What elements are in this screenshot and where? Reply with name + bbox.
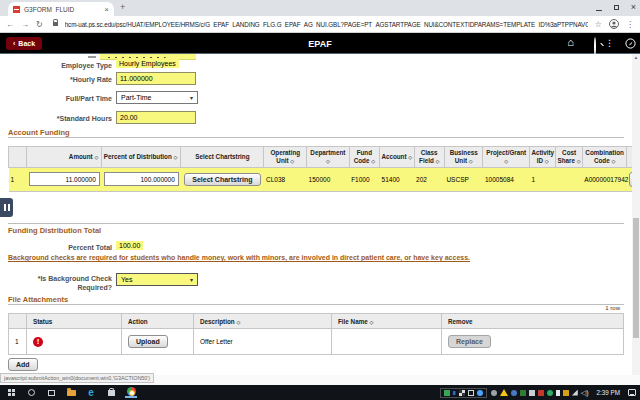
tray-green-square-icon[interactable] [520,390,526,396]
tray-monitor-icon[interactable] [529,390,535,396]
tray-battery-icon[interactable] [556,390,560,396]
tray-green-circle-icon[interactable] [547,390,553,396]
operating-unit-value: CL038 [264,167,307,191]
col-file-name[interactable]: File Name ◇ [332,314,442,329]
scroll-up-icon[interactable]: ▲ [632,55,640,60]
window-close-button[interactable]: × [631,3,636,12]
col-fund-code[interactable]: Fund Code ◇ [349,147,379,168]
tray-red-icon[interactable] [538,390,544,396]
windows-taskbar: e ‖ ◁) 2:39 PM [0,385,640,400]
browser-forward-icon[interactable]: → [21,20,29,29]
standard-hours-label: *Standard Hours [4,114,112,123]
row-count: 1 row [605,305,620,311]
tray-dot-icon[interactable] [477,390,483,396]
combination-code-value: A00000017942 [582,167,627,191]
profile-avatar[interactable] [609,19,619,29]
actions-menu-icon[interactable]: ⋮ [605,38,614,49]
select-chartstring-button[interactable]: Select Chartstring [184,173,260,186]
full-part-time-select[interactable]: Part-Time ▾ [116,91,198,104]
tray-volume-icon[interactable]: ◁) [581,389,589,397]
add-attachment-button[interactable]: Add [8,358,38,371]
navbar-compass-icon[interactable] [625,38,636,49]
tray-checker-icon[interactable] [459,390,465,396]
hourly-rate-input[interactable] [116,72,196,85]
col-business-unit[interactable]: Business Unit ◇ [444,147,483,168]
sort-icon: ◇ [94,154,98,160]
file-attachments-title: File Attachments [8,295,68,304]
browser-menu-icon[interactable]: ⋮ [626,20,634,29]
cortana-icon[interactable] [25,387,37,398]
upload-button[interactable]: Upload [128,335,168,348]
col-operating-unit[interactable]: Operating Unit ◇ [264,147,307,168]
col-account[interactable]: Account ◇ [380,147,414,168]
sort-icon: ◇ [545,158,549,164]
col-cost-share[interactable]: Cost Share ◇ [556,147,582,168]
col-class-field[interactable]: Class Field ◇ [414,147,444,168]
sort-icon: ◇ [371,158,375,164]
tray-person-icon[interactable] [491,390,497,396]
tray-network-icon[interactable] [572,390,578,396]
col-department[interactable]: Department ◇ [307,147,350,168]
notification-center-icon[interactable] [628,389,636,396]
home-icon[interactable]: ⌂ [567,37,574,48]
col-project-grant[interactable]: Project/Grant ◇ [483,147,530,168]
percent-input[interactable] [104,172,179,186]
start-button[interactable] [5,387,17,398]
tab-close-icon[interactable]: × [104,5,109,14]
percent-total-label: Percent Total [4,243,112,252]
padlock-icon[interactable] [53,22,58,26]
browser-back-icon[interactable]: ← [6,20,14,29]
attachments-grid: Status Action Description ◇ File Name ◇ … [8,313,623,355]
business-unit-value: USCSP [444,167,483,191]
sort-icon: ◇ [469,158,473,164]
tray-pause-icon[interactable]: ‖ [453,390,456,396]
replace-button[interactable]: Replace [448,335,491,348]
tray-warning-icon[interactable] [500,389,508,396]
new-tab-button[interactable]: + [120,2,125,12]
browser-tab[interactable]: G3FORM_FLUID × [8,2,114,16]
vertical-scrollbar[interactable]: ▲ ▼ [632,54,640,385]
col-combination-code[interactable]: Combination Code ◇ [582,147,627,168]
tray-square-icon[interactable] [468,390,474,396]
url-text[interactable]: hcm-uat.ps.sc.edu/psc/HUAT/EMPLOYEE/HRMS… [65,21,588,28]
sort-icon: ◇ [326,158,330,164]
background-check-select[interactable]: Yes ▾ [116,273,198,286]
description-value: Offer Letter [194,329,332,355]
task-view-icon[interactable] [45,387,57,398]
col-description[interactable]: Description ◇ [194,314,332,329]
tray-yellow-icon[interactable] [563,390,569,396]
chevron-down-icon: ▾ [190,94,193,101]
browser-reload-icon[interactable]: ↻ [36,20,43,29]
file-explorer-icon[interactable] [65,387,77,398]
clipped-label [88,56,96,58]
percent-total-value: 100.00 [116,241,143,250]
tray-app-group[interactable]: ‖ [440,388,487,398]
att-row-number: 1 [9,329,27,355]
window-minimize-button[interactable] [596,10,602,11]
taskbar-clock[interactable]: 2:39 PM [593,389,624,396]
attachment-row: 1 ! Upload Offer Letter Replace [9,329,624,355]
chrome-icon[interactable] [125,387,137,398]
full-part-time-value: Part-Time [121,94,151,101]
col-amount[interactable]: Amount ◇ [27,147,102,168]
tray-blue-icon[interactable] [511,390,517,396]
page-title: EPAF [0,39,640,49]
sort-icon: ◇ [408,154,412,160]
standard-hours-input[interactable] [116,111,196,124]
col-percent[interactable]: Percent of Distribution ◇ [102,147,181,168]
amount-input[interactable] [29,172,100,186]
edge-icon[interactable]: e [85,387,97,398]
scrollbar-thumb[interactable] [633,218,639,338]
account-funding-title: Account Funding [8,128,70,137]
bookmark-star-icon[interactable]: ☆ [595,20,602,29]
pause-button[interactable] [0,198,13,217]
store-icon[interactable] [105,387,117,398]
col-rownum [9,147,27,168]
funding-total-title: Funding Distribution Total [8,226,101,235]
divider [8,223,624,224]
full-part-time-label: Full/Part Time [4,94,112,103]
col-activity-id[interactable]: Activity ID ◇ [530,147,556,168]
tray-green-icon[interactable] [444,390,450,396]
window-restore-button[interactable] [614,5,619,10]
tab-title: G3FORM_FLUID [24,6,100,13]
